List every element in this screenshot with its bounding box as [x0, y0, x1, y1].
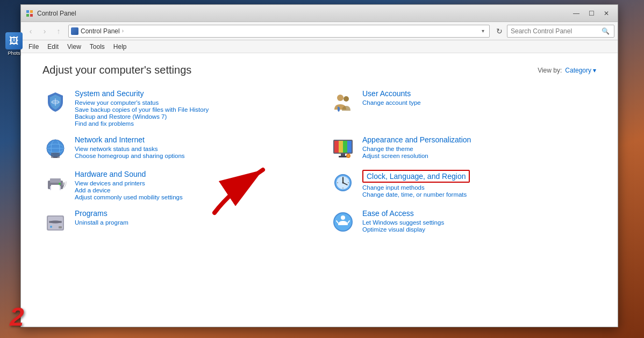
menu-file[interactable]: File — [24, 42, 43, 52]
search-input[interactable] — [511, 27, 601, 35]
svg-point-9 — [344, 96, 349, 102]
link-change-date-time-formats[interactable]: Change date, time, or number formats — [362, 191, 596, 198]
link-find-fix[interactable]: Find and fix problems — [75, 120, 309, 127]
appearance-personalization-icon — [330, 135, 356, 161]
appearance-personalization-title[interactable]: Appearance and Personalization — [362, 135, 596, 144]
up-button[interactable]: ↑ — [52, 25, 65, 38]
link-change-theme[interactable]: Change the theme — [362, 146, 596, 152]
ease-of-access-content: Ease of Access Let Windows suggest setti… — [362, 209, 596, 233]
link-homegroup[interactable]: Choose homegroup and sharing options — [75, 153, 309, 159]
link-windows-suggest-settings[interactable]: Let Windows suggest settings — [362, 219, 596, 226]
address-bar[interactable]: Control Panel › ▾ — [68, 25, 490, 38]
link-review-status[interactable]: Review your computer's status — [75, 99, 309, 106]
view-by-chevron-icon: ▾ — [593, 67, 596, 74]
network-internet-icon — [42, 135, 68, 161]
link-add-device[interactable]: Add a device — [75, 187, 309, 193]
link-file-history[interactable]: Save backup copies of your files with Fi… — [75, 106, 309, 113]
category-clock-language-region: Clock, Language, and Region Change input… — [330, 170, 596, 200]
search-box[interactable]: 🔍 — [507, 25, 614, 38]
user-accounts-title[interactable]: User Accounts — [362, 89, 596, 98]
desktop-icon-photos[interactable]: 🖼 Phots — [4, 32, 24, 56]
link-view-devices-printers[interactable]: View devices and printers — [75, 180, 309, 186]
user-accounts-content: User Accounts Change account type — [362, 89, 596, 106]
user-accounts-links: Change account type — [362, 99, 596, 106]
menu-help[interactable]: Help — [109, 42, 131, 52]
svg-point-31 — [59, 183, 61, 185]
close-button[interactable]: ✕ — [599, 8, 613, 19]
content-header: Adjust your computer's settings View by:… — [42, 64, 596, 76]
page-title: Adjust your computer's settings — [42, 64, 191, 76]
breadcrumb: Control Panel › — [71, 27, 125, 35]
minimize-button[interactable]: — — [569, 8, 583, 19]
svg-rect-20 — [339, 141, 343, 153]
breadcrumb-icon — [71, 27, 78, 35]
photos-icon-label: Phots — [4, 51, 24, 56]
back-button[interactable]: ‹ — [24, 25, 37, 38]
category-appearance-personalization: Appearance and Personalization Change th… — [330, 135, 596, 161]
svg-rect-2 — [26, 14, 29, 17]
network-internet-links: View network status and tasks Choose hom… — [75, 146, 309, 159]
programs-content: Programs Uninstall a program — [75, 209, 309, 226]
svg-point-50 — [341, 215, 345, 220]
window-controls: — ☐ ✕ — [569, 8, 613, 19]
category-programs: Programs Uninstall a program — [42, 209, 309, 235]
svg-rect-23 — [341, 154, 345, 156]
system-security-title[interactable]: System and Security — [75, 89, 309, 98]
system-security-content: System and Security Review your computer… — [75, 89, 309, 127]
menu-view[interactable]: View — [63, 42, 85, 52]
view-by-label: View by: — [538, 67, 562, 74]
clock-language-region-title[interactable]: Clock, Language, and Region — [362, 170, 470, 183]
search-icon[interactable]: 🔍 — [601, 25, 611, 37]
programs-title[interactable]: Programs — [75, 209, 309, 218]
breadcrumb-chevron: › — [122, 28, 124, 34]
menu-tools[interactable]: Tools — [85, 42, 109, 52]
clock-language-region-icon — [330, 170, 356, 196]
category-user-accounts: User Accounts Change account type — [330, 89, 596, 127]
hardware-sound-content: Hardware and Sound View devices and prin… — [75, 170, 309, 200]
ease-of-access-links: Let Windows suggest settings Optimize vi… — [362, 219, 596, 233]
ease-of-access-title[interactable]: Ease of Access — [362, 209, 596, 218]
svg-point-45 — [50, 220, 61, 224]
appearance-personalization-links: Change the theme Adjust screen resolutio… — [362, 146, 596, 159]
hardware-sound-icon — [42, 170, 68, 196]
breadcrumb-item: Control Panel — [81, 27, 120, 35]
system-security-icon — [42, 89, 68, 115]
content-area: Adjust your computer's settings View by:… — [21, 53, 618, 327]
svg-rect-30 — [51, 185, 60, 191]
programs-icon — [42, 209, 68, 235]
hardware-sound-title[interactable]: Hardware and Sound — [75, 170, 309, 178]
link-view-network-status[interactable]: View network status and tasks — [75, 146, 309, 152]
menu-bar: File Edit View Tools Help — [21, 40, 618, 53]
svg-rect-24 — [339, 156, 347, 157]
refresh-button[interactable]: ↻ — [493, 25, 506, 38]
address-dropdown[interactable]: ▾ — [478, 25, 487, 37]
svg-rect-21 — [343, 141, 347, 153]
view-by-value[interactable]: Category ▾ — [565, 67, 596, 74]
link-uninstall-program[interactable]: Uninstall a program — [75, 219, 309, 226]
link-optimize-visual-display[interactable]: Optimize visual display — [362, 226, 596, 233]
menu-edit[interactable]: Edit — [43, 42, 63, 52]
link-backup-restore[interactable]: Backup and Restore (Windows 7) — [75, 113, 309, 120]
link-change-account-type[interactable]: Change account type — [362, 99, 596, 106]
network-internet-title[interactable]: Network and Internet — [75, 135, 309, 144]
maximize-button[interactable]: ☐ — [584, 8, 598, 19]
svg-rect-22 — [347, 141, 352, 153]
control-panel-window: Control Panel — ☐ ✕ ‹ › ↑ Control Panel … — [20, 4, 618, 327]
view-by-control: View by: Category ▾ — [538, 67, 596, 74]
link-adjust-screen-resolution[interactable]: Adjust screen resolution — [362, 153, 596, 159]
svg-rect-0 — [26, 10, 29, 13]
system-security-links: Review your computer's status Save backu… — [75, 99, 309, 127]
hardware-sound-links: View devices and printers Add a device A… — [75, 180, 309, 200]
category-hardware-sound: Hardware and Sound View devices and prin… — [42, 170, 309, 200]
window-title: Control Panel — [37, 10, 569, 17]
category-network-internet: Network and Internet View network status… — [42, 135, 309, 161]
photos-icon: 🖼 — [5, 32, 23, 49]
categories-grid: System and Security Review your computer… — [42, 89, 596, 235]
svg-rect-1 — [30, 10, 33, 13]
appearance-personalization-content: Appearance and Personalization Change th… — [362, 135, 596, 159]
category-system-security: System and Security Review your computer… — [42, 89, 309, 127]
forward-button[interactable]: › — [38, 25, 51, 38]
link-change-input-methods[interactable]: Change input methods — [362, 184, 596, 191]
link-mobility-settings[interactable]: Adjust commonly used mobility settings — [75, 194, 309, 200]
svg-rect-3 — [30, 14, 33, 17]
